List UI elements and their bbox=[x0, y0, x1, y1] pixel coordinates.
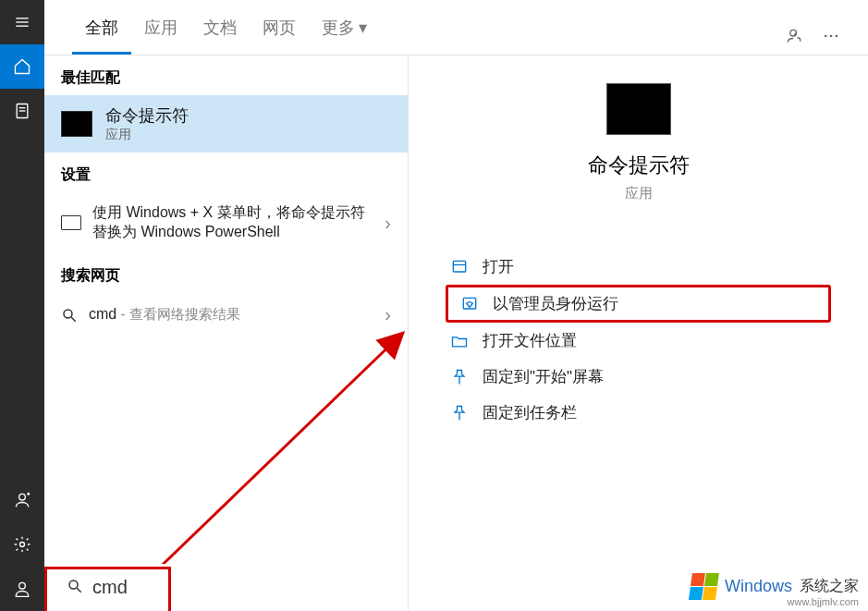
sidebar-menu-button[interactable] bbox=[0, 0, 44, 44]
folder-icon bbox=[449, 331, 470, 351]
detail-app-icon bbox=[606, 83, 671, 135]
action-pin-start[interactable]: 固定到"开始"屏幕 bbox=[446, 359, 831, 395]
watermark: Windows 系统之家 www.bjjmlv.com bbox=[680, 567, 868, 605]
monitor-icon bbox=[61, 215, 81, 230]
sidebar-profile-button[interactable] bbox=[0, 567, 44, 611]
search-input[interactable] bbox=[92, 577, 326, 598]
watermark-url: www.bjjmlv.com bbox=[788, 596, 859, 607]
filter-tabs: 全部 应用 文档 网页 更多 ▾ bbox=[44, 0, 868, 55]
section-web: 搜索网页 bbox=[44, 253, 408, 293]
settings-result-text: 使用 Windows + X 菜单时，将命令提示符替换为 Windows Pow… bbox=[92, 203, 373, 242]
detail-actions: 打开 以管理员身份运行 打开文件位置 固定到"开始"屏幕 固定到任务栏 bbox=[446, 249, 831, 431]
web-result-item[interactable]: cmd - 查看网络搜索结果 › bbox=[44, 293, 408, 336]
cmd-icon bbox=[61, 111, 92, 137]
action-open-location-label: 打开文件位置 bbox=[483, 330, 577, 351]
best-match-item[interactable]: 命令提示符 应用 bbox=[44, 95, 408, 153]
result-detail: 命令提示符 应用 打开 以管理员身份运行 打开文件位置 固定到"开始"屏幕 bbox=[409, 55, 868, 611]
svg-point-15 bbox=[64, 310, 72, 318]
svg-point-9 bbox=[20, 543, 25, 547]
best-match-title: 命令提示符 bbox=[105, 104, 189, 127]
svg-rect-17 bbox=[453, 261, 465, 272]
tab-documents[interactable]: 文档 bbox=[190, 0, 250, 55]
svg-line-16 bbox=[71, 317, 76, 322]
chevron-right-icon: › bbox=[385, 213, 391, 234]
section-settings: 设置 bbox=[44, 153, 408, 192]
start-sidebar bbox=[0, 0, 44, 611]
sidebar-home-button[interactable] bbox=[0, 44, 44, 89]
web-result-text: cmd - 查看网络搜索结果 bbox=[89, 306, 373, 324]
web-result-term: cmd bbox=[89, 306, 116, 322]
results-area: 最佳匹配 命令提示符 应用 设置 使用 Windows + X 菜单时，将命令提… bbox=[44, 55, 868, 611]
action-pin-taskbar-label: 固定到任务栏 bbox=[483, 402, 577, 423]
web-result-suffix: - 查看网络搜索结果 bbox=[116, 306, 239, 322]
windows-logo-icon bbox=[688, 572, 719, 600]
more-options-button[interactable] bbox=[813, 18, 850, 55]
search-bar[interactable] bbox=[44, 564, 348, 611]
tab-more-label: 更多 bbox=[322, 17, 355, 39]
action-open-location[interactable]: 打开文件位置 bbox=[446, 323, 831, 359]
tab-all[interactable]: 全部 bbox=[72, 0, 131, 55]
shield-icon bbox=[459, 294, 480, 314]
svg-point-12 bbox=[825, 35, 827, 38]
action-open[interactable]: 打开 bbox=[446, 249, 831, 285]
search-icon bbox=[61, 307, 78, 324]
svg-point-22 bbox=[69, 580, 78, 589]
svg-point-14 bbox=[836, 35, 838, 38]
pin-start-icon bbox=[449, 367, 470, 387]
action-open-label: 打开 bbox=[483, 256, 514, 277]
tab-more[interactable]: 更多 ▾ bbox=[309, 0, 380, 55]
action-pin-start-label: 固定到"开始"屏幕 bbox=[483, 366, 604, 387]
svg-point-10 bbox=[19, 582, 26, 589]
sidebar-account-button[interactable] bbox=[0, 478, 44, 522]
search-icon bbox=[67, 578, 83, 598]
watermark-brand: Windows bbox=[725, 577, 792, 596]
svg-point-13 bbox=[830, 35, 833, 38]
action-run-as-admin[interactable]: 以管理员身份运行 bbox=[446, 285, 831, 323]
chevron-right-icon: › bbox=[385, 304, 391, 325]
tab-apps[interactable]: 应用 bbox=[131, 0, 190, 55]
settings-result-item[interactable]: 使用 Windows + X 菜单时，将命令提示符替换为 Windows Pow… bbox=[44, 192, 408, 253]
best-match-subtitle: 应用 bbox=[105, 127, 189, 143]
detail-title: 命令提示符 bbox=[446, 152, 831, 179]
pin-taskbar-icon bbox=[449, 403, 470, 423]
open-icon bbox=[449, 257, 470, 277]
action-pin-taskbar[interactable]: 固定到任务栏 bbox=[446, 395, 831, 431]
svg-point-6 bbox=[19, 494, 26, 500]
sidebar-settings-button[interactable] bbox=[0, 522, 44, 567]
svg-line-23 bbox=[77, 588, 81, 593]
results-list: 最佳匹配 命令提示符 应用 设置 使用 Windows + X 菜单时，将命令提… bbox=[44, 55, 409, 611]
chevron-down-icon: ▾ bbox=[359, 18, 367, 38]
detail-subtitle: 应用 bbox=[446, 185, 831, 202]
section-best-match: 最佳匹配 bbox=[44, 55, 408, 95]
action-run-as-admin-label: 以管理员身份运行 bbox=[493, 293, 618, 314]
sidebar-documents-button[interactable] bbox=[0, 89, 44, 133]
search-panel: 全部 应用 文档 网页 更多 ▾ 最佳匹配 命令提示符 应用 设置 bbox=[44, 0, 868, 611]
feedback-button[interactable] bbox=[776, 18, 813, 55]
watermark-site: 系统之家 bbox=[800, 577, 859, 596]
tab-web[interactable]: 网页 bbox=[250, 0, 309, 55]
